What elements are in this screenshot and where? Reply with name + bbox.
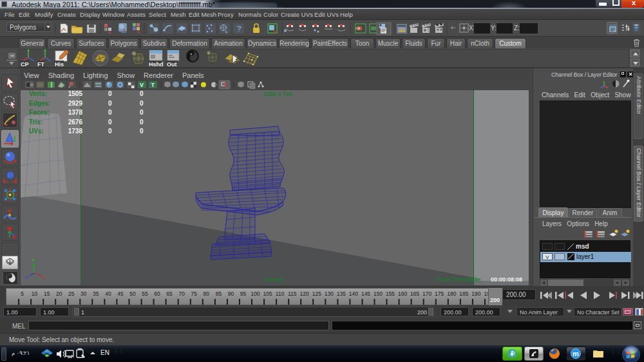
svg-text:Y: Y (32, 258, 35, 263)
svg-text:15: 15 (44, 291, 50, 297)
svg-text:145: 145 (361, 291, 370, 297)
svg-text:10: 10 (32, 291, 38, 297)
svg-text:50: 50 (129, 291, 136, 297)
svg-text:25: 25 (68, 291, 75, 297)
svg-text:90: 90 (228, 291, 234, 297)
svg-text:130: 130 (325, 291, 334, 297)
svg-text:Y:: Y: (491, 24, 497, 32)
svg-text:20: 20 (56, 291, 62, 297)
svg-text:T: T (151, 82, 155, 88)
svg-text:5: 5 (21, 291, 24, 297)
svg-text:160: 160 (398, 291, 407, 297)
svg-text:180: 180 (447, 291, 456, 297)
svg-text:110: 110 (276, 291, 285, 297)
svg-text:70: 70 (178, 291, 185, 297)
svg-text:V: V (140, 82, 144, 88)
svg-text:190: 190 (471, 291, 480, 297)
svg-text:155: 155 (386, 291, 395, 297)
svg-text:175: 175 (435, 291, 444, 297)
svg-text:35: 35 (93, 291, 99, 297)
svg-text:55: 55 (142, 291, 148, 297)
svg-text:CP: CP (21, 61, 29, 68)
svg-text:185: 185 (459, 291, 468, 297)
svg-text:75: 75 (191, 291, 197, 297)
svg-text:m: m (573, 350, 579, 357)
svg-text:Hshd: Hshd (149, 61, 164, 68)
svg-text:115: 115 (288, 291, 297, 297)
svg-text:FT: FT (37, 61, 44, 68)
svg-text:100: 100 (251, 291, 260, 297)
svg-text:60: 60 (154, 291, 160, 297)
svg-text:Z:: Z: (514, 24, 520, 32)
svg-text:65: 65 (166, 291, 173, 297)
svg-text:80: 80 (204, 291, 210, 297)
svg-text:45: 45 (117, 291, 124, 297)
svg-text:30: 30 (80, 291, 87, 297)
svg-text:170: 170 (422, 291, 431, 297)
svg-text:85: 85 (216, 291, 222, 297)
svg-text:x: x (43, 274, 46, 280)
svg-text:125: 125 (312, 291, 321, 297)
svg-text:120: 120 (300, 291, 309, 297)
svg-text:z: z (25, 274, 28, 280)
svg-text:105: 105 (263, 291, 272, 297)
svg-text:95: 95 (240, 291, 247, 297)
svg-text:165: 165 (410, 291, 419, 297)
svg-text:His: His (55, 61, 64, 68)
svg-text:135: 135 (337, 291, 346, 297)
svg-text:150: 150 (374, 291, 383, 297)
svg-text:Out: Out (167, 61, 177, 68)
svg-text:40: 40 (105, 291, 111, 297)
svg-text:140: 140 (349, 291, 358, 297)
svg-text:?: ? (236, 24, 242, 33)
